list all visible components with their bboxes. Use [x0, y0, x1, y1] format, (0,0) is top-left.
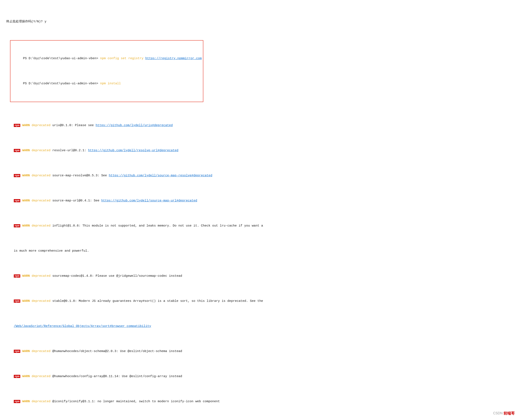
- npm-config-command: npm config set registry https://registry…: [100, 57, 202, 60]
- warn-link-4[interactable]: https://github.com/lydell/source-map-url…: [101, 199, 197, 202]
- deprecated-9: deprecated: [32, 375, 50, 378]
- npm-badge-3: npm: [14, 174, 20, 177]
- warn-label-2: WARN: [22, 149, 30, 152]
- deprecated-4: deprecated: [32, 199, 50, 202]
- qianduan-label: 前端哥: [503, 411, 515, 416]
- warn-link-7[interactable]: /Web/JavaScript/Reference/Global_Objects…: [14, 324, 151, 328]
- warn-line-4: npm WARN deprecated source-map-url@0.4.1…: [6, 193, 515, 208]
- warn-line-5b: is much more comprehensive and powerful.: [6, 243, 515, 259]
- npm-badge-4: npm: [14, 199, 20, 202]
- ps-prompt-2: PS D:\byz\code\test\yudao-ui-admin-vben>: [23, 82, 100, 85]
- warn-line-7: npm WARN deprecated stable@0.1.8: Modern…: [6, 294, 515, 309]
- warn-continuation-5: is much more comprehensive and powerful.: [14, 249, 89, 253]
- warn-line-8: npm WARN deprecated @humanwhocodes/objec…: [6, 344, 515, 359]
- deprecated-3: deprecated: [32, 174, 50, 177]
- warn-msg-4: source-map-url@0.4.1: See https://github…: [52, 199, 197, 202]
- warn-line-7b: /Web/JavaScript/Reference/Global_Objects…: [6, 319, 515, 334]
- warn-line-3: npm WARN deprecated source-map-resolve@0…: [6, 168, 515, 183]
- warn-label-10: WARN: [22, 400, 30, 403]
- warn-label-3: WARN: [22, 174, 30, 177]
- warn-link-1[interactable]: https://github.com/lydell/urix#deprecate…: [96, 124, 173, 127]
- warn-label-7: WARN: [22, 299, 30, 303]
- watermark: CSDN 前端哥: [493, 411, 515, 416]
- npm-badge-10: npm: [14, 400, 20, 403]
- warn-msg-2: resolve-url@0.2.1: https://github.com/ly…: [52, 149, 178, 152]
- ps-config-line: PS D:\byz\code\test\yudao-ui-admin-vben>…: [12, 51, 202, 66]
- deprecated-5: deprecated: [32, 224, 50, 228]
- warn-line-9: npm WARN deprecated @humanwhocodes/confi…: [6, 369, 515, 384]
- warn-msg-5: inflight@1.0.6: This module is not suppo…: [52, 224, 263, 228]
- warn-line-5: npm WARN deprecated inflight@1.0.6: This…: [6, 218, 515, 233]
- ps-prompt-1: PS D:\byz\code\test\yudao-ui-admin-vben>: [23, 57, 100, 60]
- warn-msg-8: @humanwhocodes/object-schema@2.0.3: Use …: [52, 350, 182, 353]
- warn-label-8: WARN: [22, 350, 30, 353]
- deprecated-1: deprecated: [32, 124, 50, 127]
- deprecated-2: deprecated: [32, 149, 50, 152]
- warn-msg-3: source-map-resolve@0.5.3: See https://gi…: [52, 174, 212, 177]
- warn-msg-7: stable@0.1.8: Modern JS already guarante…: [52, 299, 263, 303]
- deprecated-10: deprecated: [32, 400, 50, 403]
- warn-line-11: npm WARN deprecated glob@7.2.3: Glob ver…: [6, 419, 515, 420]
- npm-badge-8: npm: [14, 350, 20, 353]
- warn-msg-6: sourcemap-codec@1.4.8: Please use @jridg…: [52, 274, 182, 278]
- warn-msg-9: @humanwhocodes/config-array@0.11.14: Use…: [52, 375, 182, 378]
- command-highlight-box: PS D:\byz\code\test\yudao-ui-admin-vben>…: [10, 40, 203, 102]
- warn-link-2[interactable]: https://github.com/lydell/resolve-url#de…: [88, 149, 178, 152]
- warn-label-4: WARN: [22, 199, 30, 202]
- ps-install-line: PS D:\byz\code\test\yudao-ui-admin-vben>…: [12, 76, 202, 91]
- warn-label-9: WARN: [22, 375, 30, 378]
- warn-link-3[interactable]: https://github.com/lydell/source-map-res…: [109, 174, 212, 177]
- npm-badge-7: npm: [14, 300, 20, 303]
- terminal-content: 终止批处理操作吗(Y/N)? y PS D:\byz\code\test\yud…: [6, 4, 515, 420]
- warn-line-1: npm WARN deprecated urix@0.1.0: Please s…: [6, 118, 515, 133]
- warn-msg-1: urix@0.1.0: Please see https://github.co…: [52, 124, 173, 127]
- deprecated-8: deprecated: [32, 350, 50, 353]
- warn-line-6: npm WARN deprecated sourcemap-codec@1.4.…: [6, 269, 515, 284]
- warn-label-6: WARN: [22, 274, 30, 278]
- npm-badge-5: npm: [14, 224, 20, 227]
- warn-line-2: npm WARN deprecated resolve-url@0.2.1: h…: [6, 143, 515, 158]
- npm-badge-1: npm: [14, 124, 20, 127]
- npm-badge-9: npm: [14, 375, 20, 378]
- stop-batch-line: 终止批处理操作吗(Y/N)? y: [6, 19, 515, 24]
- csdn-label: CSDN: [493, 412, 503, 415]
- warn-msg-10: @iconify/iconify@3.1.1: no longer mainta…: [52, 400, 220, 403]
- warn-label-1: WARN: [22, 124, 30, 127]
- npm-install-command: npm install: [100, 82, 121, 85]
- npm-mirror-link[interactable]: https://registry.npmmirror.com: [145, 57, 202, 60]
- warn-line-10: npm WARN deprecated @iconify/iconify@3.1…: [6, 394, 515, 409]
- warn-label-5: WARN: [22, 224, 30, 228]
- deprecated-7: deprecated: [32, 299, 50, 303]
- npm-badge-2: npm: [14, 149, 20, 152]
- npm-badge-6: npm: [14, 274, 20, 278]
- deprecated-6: deprecated: [32, 274, 50, 278]
